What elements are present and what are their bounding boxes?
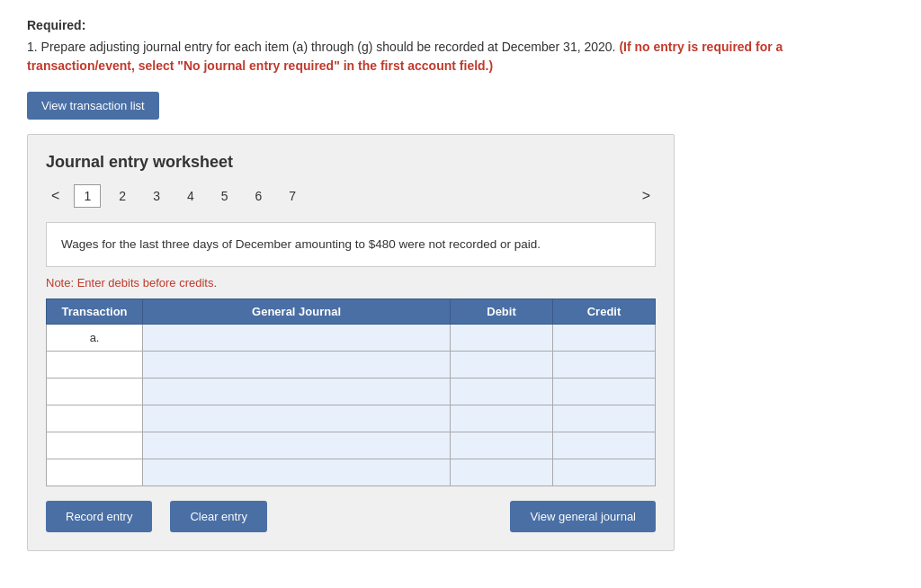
tab-7[interactable]: 7 xyxy=(280,185,305,207)
tab-5[interactable]: 5 xyxy=(212,185,237,207)
table-row xyxy=(47,379,656,405)
tab-6[interactable]: 6 xyxy=(246,185,272,207)
credit-cell[interactable] xyxy=(552,405,655,432)
general-journal-cell[interactable] xyxy=(143,352,451,379)
tab-4[interactable]: 4 xyxy=(178,185,203,207)
debit-input[interactable] xyxy=(451,356,552,373)
scenario-text: Wages for the last three days of Decembe… xyxy=(61,237,541,251)
table-row xyxy=(47,432,656,459)
table-row xyxy=(47,405,656,432)
general-journal-input[interactable] xyxy=(143,437,450,454)
general-journal-input[interactable] xyxy=(143,410,450,427)
general-journal-cell[interactable] xyxy=(143,405,451,432)
general-journal-cell[interactable] xyxy=(143,379,451,405)
credit-input[interactable] xyxy=(553,383,655,400)
transaction-cell: a. xyxy=(47,325,143,352)
debit-cell[interactable] xyxy=(451,379,553,405)
credit-input[interactable] xyxy=(553,410,655,427)
debit-input[interactable] xyxy=(451,329,552,346)
instructions-section: Required: 1. Prepare adjusting journal e… xyxy=(27,18,894,76)
journal-table: Transaction General Journal Debit Credit… xyxy=(46,298,656,486)
debit-input[interactable] xyxy=(451,464,552,481)
transaction-cell xyxy=(47,459,143,486)
credit-input[interactable] xyxy=(553,356,655,373)
transaction-cell xyxy=(47,405,143,432)
table-row xyxy=(47,352,656,379)
credit-input[interactable] xyxy=(553,464,655,481)
debit-input[interactable] xyxy=(451,410,552,427)
debit-cell[interactable] xyxy=(451,432,553,459)
col-debit: Debit xyxy=(451,299,553,325)
table-row xyxy=(47,459,656,486)
general-journal-input[interactable] xyxy=(143,383,450,400)
general-journal-input[interactable] xyxy=(143,356,450,373)
table-row: a. xyxy=(47,325,656,352)
general-journal-cell[interactable] xyxy=(143,432,451,459)
next-arrow[interactable]: > xyxy=(637,186,656,206)
tab-navigation: < 1 2 3 4 5 6 7 > xyxy=(46,184,656,208)
required-label: Required: xyxy=(27,18,894,32)
transaction-cell xyxy=(47,352,143,379)
credit-cell[interactable] xyxy=(552,379,655,405)
debit-input[interactable] xyxy=(451,383,552,400)
credit-cell[interactable] xyxy=(552,432,655,459)
col-general-journal: General Journal xyxy=(143,299,451,325)
col-credit: Credit xyxy=(552,299,655,325)
general-journal-cell[interactable] xyxy=(143,325,451,352)
general-journal-cell[interactable] xyxy=(143,459,451,486)
prev-arrow[interactable]: < xyxy=(46,186,65,206)
col-transaction: Transaction xyxy=(47,299,143,325)
worksheet-title: Journal entry worksheet xyxy=(46,153,656,172)
debit-cell[interactable] xyxy=(451,405,553,432)
credit-cell[interactable] xyxy=(552,325,655,352)
view-transaction-button[interactable]: View transaction list xyxy=(27,92,159,120)
instruction-text: 1. Prepare adjusting journal entry for e… xyxy=(27,38,894,76)
debit-input[interactable] xyxy=(451,437,552,454)
credit-input[interactable] xyxy=(553,329,655,346)
note-text: Note: Enter debits before credits. xyxy=(46,276,656,290)
debit-cell[interactable] xyxy=(451,352,553,379)
worksheet-container: Journal entry worksheet < 1 2 3 4 5 6 7 … xyxy=(27,134,675,551)
tab-2[interactable]: 2 xyxy=(110,185,135,207)
debit-cell[interactable] xyxy=(451,459,553,486)
credit-cell[interactable] xyxy=(552,459,655,486)
debit-cell[interactable] xyxy=(451,325,553,352)
action-buttons: Record entry Clear entry View general jo… xyxy=(46,501,656,532)
view-general-journal-button[interactable]: View general journal xyxy=(510,501,656,532)
record-entry-button[interactable]: Record entry xyxy=(46,501,152,532)
transaction-cell xyxy=(47,432,143,459)
scenario-box: Wages for the last three days of Decembe… xyxy=(46,222,656,267)
general-journal-input[interactable] xyxy=(143,329,450,346)
item-label: 1. Prepare adjusting journal entry for e… xyxy=(27,40,615,54)
general-journal-input[interactable] xyxy=(143,464,450,481)
credit-input[interactable] xyxy=(553,437,655,454)
tab-3[interactable]: 3 xyxy=(144,185,169,207)
tab-1[interactable]: 1 xyxy=(74,184,101,208)
transaction-cell xyxy=(47,379,143,405)
table-header-row: Transaction General Journal Debit Credit xyxy=(47,299,656,325)
credit-cell[interactable] xyxy=(552,352,655,379)
clear-entry-button[interactable]: Clear entry xyxy=(170,501,267,532)
